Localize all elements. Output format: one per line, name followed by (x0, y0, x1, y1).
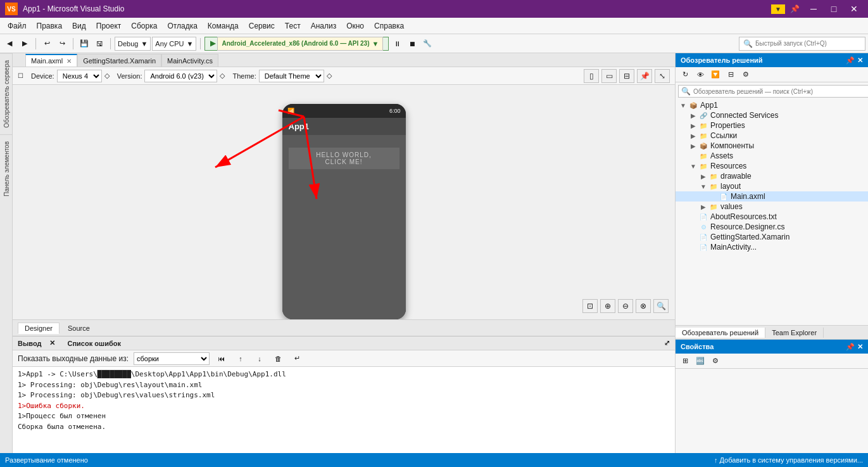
redo-button[interactable]: ↪ (55, 37, 69, 51)
toolbar-btn-extra2[interactable]: ⏹ (405, 37, 419, 51)
tree-item-components[interactable]: ▶ 📦 Компоненты (676, 141, 868, 151)
pin-icon[interactable]: 📌 (790, 4, 800, 13)
debug-mode-dropdown[interactable]: Debug ▼ (115, 37, 151, 51)
tab-designer[interactable]: Designer (18, 323, 60, 334)
tab-main-axml[interactable]: Main.axml ✕ (25, 54, 77, 67)
minimize-button[interactable]: ─ (805, 3, 822, 15)
se-props-btn[interactable]: ⚙ (739, 68, 753, 82)
menu-window[interactable]: Окно (341, 20, 369, 32)
output-scroll-next[interactable]: ↓ (253, 352, 267, 366)
output-wrap[interactable]: ↵ (291, 352, 305, 366)
tree-item-aboutresources[interactable]: 📄 AboutResources.txt (676, 212, 868, 222)
menu-help[interactable]: Справка (369, 20, 409, 32)
menu-edit[interactable]: Правка (32, 20, 68, 32)
run-button[interactable]: ▶ Android_Accelerated_x86 (Android 6.0 —… (204, 37, 389, 51)
tree-item-layout[interactable]: ▼ 📁 layout (676, 181, 868, 191)
menu-analyze[interactable]: Анализ (306, 20, 342, 32)
output-content: 1>App1 -> C:\Users\████████\Desktop\App1… (13, 367, 675, 453)
tree-item-mainactivity[interactable]: 📄 MainActivity... (676, 242, 868, 252)
forward-button[interactable]: ▶ (18, 37, 32, 51)
tree-item-gettingstarted[interactable]: 📄 GettingStarted.Xamarin (676, 232, 868, 242)
actual-size-btn[interactable]: ⊗ (636, 299, 651, 313)
sidebar-tab-solution[interactable]: Обозреватель сервера (0, 53, 12, 134)
back-button[interactable]: ◀ (3, 37, 16, 51)
undo-button[interactable]: ↩ (40, 37, 54, 51)
status-right[interactable]: ↑ Добавить в систему управления версиями… (714, 456, 863, 464)
tree-item-drawable[interactable]: ▶ 📁 drawable (676, 171, 868, 181)
se-close-btn[interactable]: ✕ (857, 56, 863, 65)
maximize-button[interactable]: □ (825, 3, 843, 15)
se-pin-btn[interactable]: 📌 (846, 56, 855, 65)
quick-launch-input[interactable] (755, 40, 861, 47)
tab-getting-started[interactable]: GettingStarted.Xamarin (77, 54, 161, 67)
save-all-button[interactable]: 🖫 (92, 37, 106, 51)
fit-btn[interactable]: ⊡ (582, 299, 598, 313)
output-line-1: 1>App1 -> C:\Users\████████\Desktop\App1… (18, 369, 670, 380)
tree-item-mainaxml[interactable]: 📄 Main.axml (676, 191, 868, 202)
tab-close-main-axml[interactable]: ✕ (66, 58, 72, 65)
expand-btn[interactable]: ⤡ (655, 69, 670, 83)
solution-search-input[interactable] (693, 88, 867, 95)
output-close-btn[interactable]: ✕ (49, 339, 55, 347)
tree-item-app1[interactable]: ▼ 📦 App1 (676, 100, 868, 110)
zoom-out-btn[interactable]: ⊖ (618, 299, 633, 313)
landscape-btn[interactable]: ▭ (601, 69, 617, 83)
save-button[interactable]: 💾 (77, 37, 91, 51)
output-tab-errors[interactable]: Список ошибок (68, 340, 121, 347)
expand-icon-layout: ▼ (698, 183, 708, 190)
output-scroll-start[interactable]: ⏮ (215, 352, 229, 366)
platform-dropdown[interactable]: Any CPU ▼ (152, 37, 196, 51)
se-tab-solution[interactable]: Обозреватель решений (676, 328, 765, 338)
props-categories-btn[interactable]: ⊞ (678, 354, 692, 368)
split-btn[interactable]: ⊟ (619, 69, 634, 83)
toolbar-btn-extra1[interactable]: ⏸ (390, 37, 404, 51)
tree-item-properties[interactable]: ▶ 📁 Properties (676, 120, 868, 131)
tree-item-resourcedesigner[interactable]: ⚙ Resource.Designer.cs (676, 222, 868, 232)
portrait-btn[interactable]: ▯ (584, 69, 599, 83)
menu-team[interactable]: Команда (203, 20, 244, 32)
menu-view[interactable]: Вид (67, 20, 91, 32)
menu-tools[interactable]: Сервис (244, 20, 280, 32)
tree-item-assets[interactable]: 📁 Assets (676, 151, 868, 161)
tree-item-values[interactable]: ▶ 📁 values (676, 202, 868, 212)
tab-source[interactable]: Source (61, 323, 97, 334)
toolbar: ◀ ▶ ↩ ↪ 💾 🖫 Debug ▼ Any CPU ▼ ▶ Android_… (0, 34, 868, 53)
designer-bottom-tabs: Designer Source (13, 319, 675, 336)
filter-icon[interactable]: ▼ (771, 4, 785, 14)
tab-main-activity[interactable]: MainActivity.cs (161, 54, 218, 67)
props-settings-btn[interactable]: ⚙ (708, 354, 722, 368)
zoom-in-btn[interactable]: ⊕ (600, 299, 615, 313)
output-title: Вывод (18, 340, 42, 347)
props-alpha-btn[interactable]: 🔤 (693, 354, 707, 368)
menu-test[interactable]: Тест (280, 20, 306, 32)
sidebar-tab-elements[interactable]: Панель элементов (0, 134, 12, 203)
tree-item-links[interactable]: ▶ 📁 Ссылки (676, 131, 868, 141)
se-show-all-btn[interactable]: 👁 (693, 68, 707, 82)
device-select[interactable]: Nexus 4 (57, 70, 102, 82)
version-select[interactable]: Android 6.0 (v23) (144, 70, 217, 82)
se-refresh-btn[interactable]: ↻ (678, 68, 692, 82)
menu-project[interactable]: Проект (91, 20, 127, 32)
output-source-select[interactable]: сборки (134, 352, 210, 365)
phone-hello-button[interactable]: HELLO WORLD, CLICK ME! (289, 148, 399, 169)
output-expand-btn[interactable]: ⤢ (664, 339, 670, 347)
output-clear[interactable]: 🗑 (272, 352, 286, 366)
zoom-mode-btn[interactable]: 🔍 (653, 299, 669, 313)
theme-select[interactable]: Default Theme (259, 70, 324, 82)
se-filter-btn[interactable]: 🔽 (708, 68, 722, 82)
device-checkbox[interactable]: ☐ (18, 72, 23, 79)
close-button[interactable]: ✕ (845, 3, 863, 15)
se-collapse-btn[interactable]: ⊟ (724, 68, 738, 82)
menu-file[interactable]: Файл (3, 20, 32, 32)
toolbar-btn-extra3[interactable]: 🔧 (420, 37, 434, 51)
menu-build[interactable]: Сборка (126, 20, 162, 32)
menu-debug[interactable]: Отладка (162, 20, 202, 32)
tree-item-connected[interactable]: ▶ 🔗 Connected Services (676, 110, 868, 120)
se-tab-team[interactable]: Team Explorer (765, 328, 824, 338)
props-pin-btn[interactable]: 📌 (846, 343, 855, 351)
target-device-dropdown[interactable]: Android_Accelerated_x86 (Android 6.0 — A… (217, 37, 383, 51)
props-close-btn[interactable]: ✕ (857, 343, 863, 351)
output-scroll-prev[interactable]: ↑ (234, 352, 248, 366)
pin-view-btn[interactable]: 📌 (637, 69, 652, 83)
tree-item-resources[interactable]: ▼ 📁 Resources (676, 161, 868, 171)
